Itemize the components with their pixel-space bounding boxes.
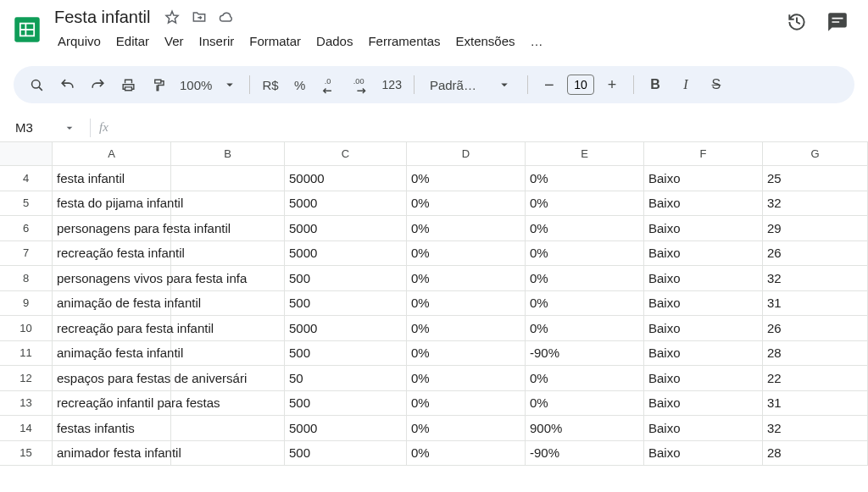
cell-B4[interactable]: [171, 166, 285, 191]
cell-E14[interactable]: 900%: [526, 416, 644, 440]
cell-D13[interactable]: 0%: [407, 391, 526, 416]
row-header-14[interactable]: 14: [0, 416, 53, 440]
cell-A7[interactable]: recreação festa infantil: [53, 241, 171, 266]
cell-D7[interactable]: 0%: [407, 241, 526, 266]
cell-E10[interactable]: 0%: [526, 316, 644, 340]
increase-decimal-icon[interactable]: .00: [348, 72, 374, 97]
cell-C10[interactable]: 5000: [285, 316, 407, 340]
comments-icon[interactable]: [826, 10, 849, 34]
paint-format-icon[interactable]: [146, 72, 171, 97]
italic-button[interactable]: I: [673, 72, 698, 97]
cell-C11[interactable]: 500: [285, 341, 407, 366]
cell-E15[interactable]: -90%: [526, 441, 644, 466]
cell-B11[interactable]: [171, 341, 285, 366]
cell-E12[interactable]: 0%: [526, 366, 644, 390]
cell-B14[interactable]: [171, 416, 285, 440]
formula-input[interactable]: [115, 115, 868, 140]
cell-G13[interactable]: 31: [763, 391, 868, 416]
cell-D14[interactable]: 0%: [407, 416, 526, 440]
column-header-C[interactable]: C: [285, 142, 407, 165]
menu-editar[interactable]: Editar: [109, 30, 156, 52]
cell-F8[interactable]: Baixo: [644, 266, 763, 290]
select-all-corner[interactable]: [0, 142, 53, 165]
cell-A6[interactable]: personagens para festa infantil: [53, 216, 171, 240]
name-box[interactable]: M3: [0, 120, 85, 135]
cell-D8[interactable]: 0%: [407, 266, 526, 290]
column-header-E[interactable]: E: [526, 142, 644, 165]
cell-A12[interactable]: espaços para festas de aniversári: [53, 366, 171, 390]
cell-E4[interactable]: 0%: [526, 166, 644, 191]
cell-F6[interactable]: Baixo: [644, 216, 763, 240]
cell-G9[interactable]: 31: [763, 291, 868, 316]
cell-E7[interactable]: 0%: [526, 241, 644, 266]
cell-F12[interactable]: Baixo: [644, 366, 763, 390]
cell-F14[interactable]: Baixo: [644, 416, 763, 440]
menu-dados[interactable]: Dados: [309, 30, 359, 52]
row-header-11[interactable]: 11: [0, 341, 53, 366]
cell-F15[interactable]: Baixo: [644, 441, 763, 466]
row-header-12[interactable]: 12: [0, 366, 53, 390]
sheets-logo[interactable]: [10, 7, 44, 53]
undo-icon[interactable]: [54, 72, 80, 97]
cell-E13[interactable]: 0%: [526, 391, 644, 416]
cell-E9[interactable]: 0%: [526, 291, 644, 316]
cell-G10[interactable]: 26: [763, 316, 868, 340]
cell-A4[interactable]: festa infantil: [53, 166, 171, 191]
cell-G15[interactable]: 28: [763, 441, 868, 466]
column-header-B[interactable]: B: [171, 142, 285, 165]
decrease-decimal-icon[interactable]: .0: [318, 72, 343, 97]
row-header-13[interactable]: 13: [0, 391, 53, 416]
menu-formatar[interactable]: Formatar: [242, 30, 308, 52]
cell-C6[interactable]: 5000: [285, 216, 407, 240]
cell-B15[interactable]: [171, 441, 285, 466]
redo-icon[interactable]: [85, 72, 110, 97]
zoom-dropdown[interactable]: 100%: [176, 77, 241, 92]
cell-C4[interactable]: 50000: [285, 166, 407, 191]
cloud-status-icon[interactable]: [218, 8, 235, 25]
row-header-10[interactable]: 10: [0, 316, 53, 340]
cell-G8[interactable]: 32: [763, 266, 868, 290]
cell-F5[interactable]: Baixo: [644, 191, 763, 216]
doc-title[interactable]: Festa infantil: [51, 6, 153, 29]
cell-D9[interactable]: 0%: [407, 291, 526, 316]
currency-button[interactable]: R$: [259, 72, 281, 97]
menu-arquivo[interactable]: Arquivo: [51, 30, 108, 52]
percent-button[interactable]: %: [287, 72, 313, 97]
search-icon[interactable]: [24, 72, 49, 97]
history-icon[interactable]: [785, 10, 809, 34]
cell-D11[interactable]: 0%: [407, 341, 526, 366]
cell-D4[interactable]: 0%: [407, 166, 526, 191]
more-formats-button[interactable]: 123: [379, 72, 405, 97]
cell-A8[interactable]: personagens vivos para festa infa: [53, 266, 171, 290]
cell-G5[interactable]: 32: [763, 191, 868, 216]
row-header-8[interactable]: 8: [0, 266, 53, 290]
menu-ver[interactable]: Ver: [158, 30, 191, 52]
cell-A11[interactable]: animação festa infantil: [53, 341, 171, 366]
cell-C5[interactable]: 5000: [285, 191, 407, 216]
menu-overflow[interactable]: …: [524, 30, 550, 52]
move-folder-icon[interactable]: [191, 8, 208, 25]
cell-E11[interactable]: -90%: [526, 341, 644, 366]
cell-C13[interactable]: 500: [285, 391, 407, 416]
cell-G4[interactable]: 25: [763, 166, 868, 191]
row-header-9[interactable]: 9: [0, 291, 53, 316]
cell-G11[interactable]: 28: [763, 341, 868, 366]
cell-A10[interactable]: recreação para festa infantil: [53, 316, 171, 340]
cell-F11[interactable]: Baixo: [644, 341, 763, 366]
row-header-4[interactable]: 4: [0, 166, 53, 191]
cell-E8[interactable]: 0%: [526, 266, 644, 290]
cell-D5[interactable]: 0%: [407, 191, 526, 216]
row-header-6[interactable]: 6: [0, 216, 53, 240]
font-size-decrease[interactable]: −: [537, 72, 562, 97]
cell-B7[interactable]: [171, 241, 285, 266]
cell-C12[interactable]: 50: [285, 366, 407, 390]
row-header-7[interactable]: 7: [0, 241, 53, 266]
cell-G7[interactable]: 26: [763, 241, 868, 266]
cell-D12[interactable]: 0%: [407, 366, 526, 390]
cell-E6[interactable]: 0%: [526, 216, 644, 240]
cell-C14[interactable]: 5000: [285, 416, 407, 440]
cell-G6[interactable]: 29: [763, 216, 868, 240]
cell-B5[interactable]: [171, 191, 285, 216]
cell-F7[interactable]: Baixo: [644, 241, 763, 266]
font-dropdown[interactable]: Padrã…: [423, 77, 519, 92]
